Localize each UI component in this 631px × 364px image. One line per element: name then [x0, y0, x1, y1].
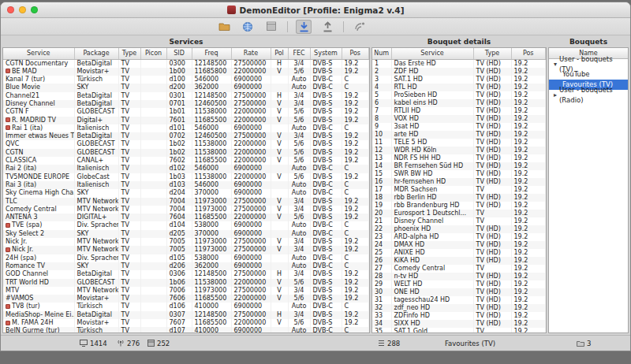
table-row[interactable]: 15SWR BW HDTV (HD)19.2 [372, 170, 546, 178]
column-header-freq[interactable]: Freq [192, 48, 231, 59]
table-row[interactable]: Comedy CentralMTV Network...TV7004119730… [3, 206, 369, 214]
table-row[interactable]: Blue MovieSKYTVd2003620006900000AutoDVB-… [3, 84, 369, 91]
table-row[interactable]: 24H (spa)Div. SprachenTVd105538000690000… [3, 254, 369, 262]
table-row[interactable]: 16hr-fernsehen HDTV (HD)19.2 [372, 178, 546, 186]
table-row[interactable]: 8VOX HDTV (HD)19.2 [372, 115, 546, 123]
column-header-num[interactable]: Num [372, 48, 391, 59]
bouquet-tree-item[interactable]: ▾User - bouquets (TV) [549, 59, 628, 69]
minimize-window-button[interactable] [19, 6, 26, 13]
table-row[interactable]: 31tagesschau24 HDTV (HD)19.2 [372, 296, 546, 304]
table-row[interactable]: Sky Select 2SKYTVd2053700006900000AutoDV… [3, 230, 369, 238]
upload-data-icon[interactable] [319, 20, 335, 34]
table-row[interactable]: 10arte HDTV (HD)19.2 [372, 131, 546, 139]
bouquet-tree-item[interactable]: ▸User - bouquets (Radio) [549, 90, 628, 100]
table-row[interactable]: 6kabel eins HDTV (HD)19.2 [372, 99, 546, 107]
table-row[interactable]: 14BR Fernsehen Süd HDTV (HD)19.2 [372, 162, 546, 170]
table-row[interactable]: QVCGLOBECASTTV1b021153800022000000V5/6DV… [3, 140, 369, 148]
column-header-pos[interactable]: Pos [342, 48, 369, 59]
table-row[interactable]: 33ZDFinfo HDTV (HD)19.2 [372, 312, 546, 320]
table-row[interactable]: TV5MONDE EUROPEGlobeCastTV1b031153800022… [3, 173, 369, 181]
table-row[interactable]: 24DMAX HDTV (HD)19.2 [372, 241, 546, 249]
table-row[interactable]: Sky Cinema High Cha...SKYTVd204370000690… [3, 189, 369, 197]
table-row[interactable]: M. FAMA 24HMovistar+TV760711685500220000… [3, 319, 369, 327]
table-row[interactable]: 29WELT HDTV (HD)19.2 [372, 280, 546, 288]
table-row[interactable]: CGTNGLOBECASTTV1b021153800022000000V5/6D… [3, 149, 369, 157]
table-row[interactable]: 26KiKA HDTV (HD)19.2 [372, 257, 546, 265]
table-row[interactable]: 7RTLII HDTV (HD)19.2 [372, 107, 546, 115]
table-row[interactable]: 12WDR HD KölnTV (HD)19.2 [372, 147, 546, 154]
chevron-down-icon[interactable]: ▾ [551, 59, 559, 69]
table-row[interactable]: 5ProSieben HDTV (HD)19.2 [372, 91, 546, 99]
send-to-receiver-icon[interactable] [352, 20, 368, 34]
table-row[interactable]: 4RTL HDTV (HD)19.2 [372, 84, 546, 91]
table-row[interactable]: Rai 1 (ita)ItalienischTVd101546000690000… [3, 124, 369, 132]
window-controls [7, 2, 38, 17]
table-row[interactable]: Disney ChannelBetaDigitalTV0701124605002… [3, 100, 369, 108]
table-row[interactable]: 3SAT.1 HDTV (HD)19.2 [372, 76, 546, 84]
table-row[interactable]: 19rbb Brandenburg HDTV (HD)19.2 [372, 202, 546, 210]
table-row[interactable]: 30ONE HDTV (HD)19.2 [372, 288, 546, 296]
column-header-pol[interactable]: Pol [271, 48, 288, 59]
table-row[interactable]: 2ZDF HDTV (HD)19.2 [372, 68, 546, 76]
bouquet-details-header-row: NumServiceTypePos [372, 48, 546, 59]
table-row[interactable]: ANTENA 3DIGITAL+TV76041168550022000000V5… [3, 214, 369, 221]
table-row[interactable]: TVE (spa)Div. SprachenTVd104538000690000… [3, 221, 369, 229]
table-row[interactable]: R. MADRID TVDigital+TV760111685500220000… [3, 117, 369, 124]
table-row[interactable]: Channel21BetaDigitalTV030112148500275000… [3, 92, 369, 100]
table-row[interactable]: TRT World HDGLOBECASTTV1b061153800022000… [3, 279, 369, 287]
table-row[interactable]: BeIN Gurme (tur)TürkischTVd1074100006900… [3, 327, 369, 333]
column-header-pos[interactable]: Pos [511, 48, 546, 59]
table-row[interactable]: 23ARD-alpha HDTV (HD)19.2 [372, 233, 546, 241]
column-header-picon[interactable]: Picon [140, 48, 166, 59]
table-row[interactable]: 17MDR SachsenTV19.2 [372, 186, 546, 194]
table-row[interactable]: Nick Jr.MTV Network...TV7005119730002750… [3, 246, 369, 254]
zoom-window-button[interactable] [31, 6, 38, 13]
column-header-service[interactable]: Service [3, 48, 74, 59]
table-row[interactable]: 11TELE 5 HDTV (HD)19.2 [372, 139, 546, 147]
table-row[interactable]: Romance TVSKYTVd2063620006900000AutoDVB-… [3, 262, 369, 270]
table-row[interactable]: 1Das Erste HDTV (HD)19.2 [372, 59, 546, 68]
import-web-icon[interactable] [240, 20, 256, 34]
table-row[interactable]: 32zdf_neo HDTV (HD)19.2 [372, 304, 546, 312]
table-row[interactable]: CLASSICACANAL+TV76021168550022000000V5/6… [3, 157, 369, 165]
table-row[interactable]: MTVMTV Network...TV70061197300027500000V… [3, 287, 369, 295]
table-row[interactable]: CGTN FGLOBECASTTV1b011153800022000000V5/… [3, 108, 369, 116]
column-header-sid[interactable]: SID [166, 48, 192, 59]
column-header-type[interactable]: Type [118, 48, 140, 59]
table-row[interactable]: TLCMTV Network...TV70041197300027500000V… [3, 198, 369, 206]
table-row[interactable]: Rai 3 (ita)ItalienischTVd103546000690000… [3, 181, 369, 189]
table-row[interactable]: GOD ChannelBetaDigitalTV0306121485002750… [3, 270, 369, 278]
column-header-type[interactable]: Type [473, 48, 511, 59]
column-header-system[interactable]: System [310, 48, 342, 59]
column-header-service[interactable]: Service [391, 48, 473, 59]
table-row[interactable]: CGTN DocumentaryBetaDigitalTV03001214850… [3, 59, 369, 68]
table-row[interactable]: 34SIXX HDTV (HD)19.2 [372, 320, 546, 328]
table-row[interactable]: Nick Jr.MTV Network...TV7005119730002750… [3, 238, 369, 246]
table-row[interactable]: BE MADMovistar+TV1b001168580022000000V5/… [3, 68, 369, 76]
table-row[interactable]: 25ANIXE HDTV (HD)19.2 [372, 249, 546, 257]
table-row[interactable]: 13NDR FS HH HDTV (HD)19.2 [372, 154, 546, 162]
table-row[interactable]: 20Eurosport 1 Deutschl...TV19.2 [372, 210, 546, 217]
open-archive-icon[interactable] [216, 20, 232, 34]
current-bouquet-label: Favourites (TV) [445, 340, 495, 347]
table-row[interactable]: 22phoenix HDTV (HD)19.2 [372, 225, 546, 233]
table-row[interactable]: MediaShop- Meine Ei...BetaDigitalTV03071… [3, 311, 369, 319]
extract-backup-icon[interactable] [263, 20, 279, 34]
table-row[interactable]: #VAMOSMovistar+TV76061168550022000000V5/… [3, 295, 369, 303]
column-header-package[interactable]: Package [74, 48, 118, 59]
download-data-icon[interactable] [296, 20, 312, 34]
column-header-rate[interactable]: Rate [231, 48, 271, 59]
table-row[interactable]: 93sat HDTV (HD)19.2 [372, 123, 546, 131]
table-row[interactable]: TV8 (tur)TürkischTVd1064100006900000Auto… [3, 303, 369, 310]
table-row[interactable]: 28n-tv HDTV (HD)19.2 [372, 273, 546, 280]
close-window-button[interactable] [7, 6, 14, 13]
table-row[interactable]: Rai 2 (ita)ItalienischTVd102546000690000… [3, 165, 369, 173]
table-row[interactable]: Kanal 7 (tur)TürkischTVd1005460006900000… [3, 76, 369, 84]
table-row[interactable]: 27Comedy CentralTV19.2 [372, 265, 546, 273]
table-row[interactable]: Immer etwas Neues TVBetaDigitalTV0702124… [3, 132, 369, 140]
chevron-right-icon[interactable]: ▸ [551, 90, 559, 100]
column-header-fec[interactable]: FEC [288, 48, 310, 59]
table-row[interactable]: 35SAT.1 GoldTV19.2 [372, 328, 546, 334]
table-row[interactable]: 21Disney ChannelTV19.2 [372, 217, 546, 225]
table-row[interactable]: 18rbb Berlin HDTV (HD)19.2 [372, 194, 546, 202]
